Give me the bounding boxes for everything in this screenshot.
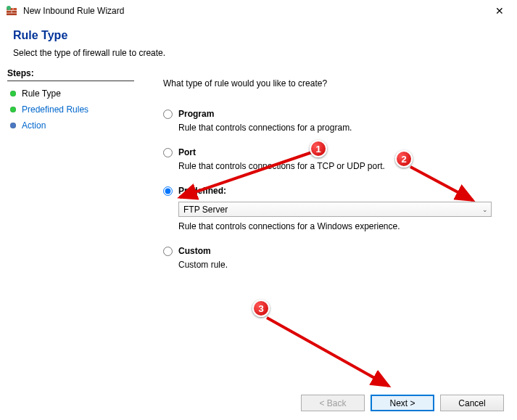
option-port-row[interactable]: Port [163,147,498,157]
page-subtitle: Select the type of firewall rule to crea… [13,48,504,58]
dropdown-value: FTP Server [183,205,228,215]
step-label: Rule Type [22,88,61,99]
radio-program[interactable] [163,110,173,119]
cancel-button[interactable]: Cancel [440,395,504,411]
option-program-desc: Rule that controls connections for a pro… [178,123,498,133]
firewall-icon [6,5,17,17]
annotation-callout-1: 1 [310,140,327,157]
svg-point-7 [7,6,11,10]
question-text: What type of rule would you like to crea… [163,78,498,88]
title-bar: New Inbound Rule Wizard ✕ [0,0,517,22]
option-predefined-row[interactable]: Predefined: [163,186,498,196]
back-button: < Back [301,395,365,411]
bullet-icon [10,123,16,128]
bullet-icon [10,107,16,112]
wizard-content: What type of rule would you like to crea… [141,68,517,420]
chevron-down-icon: ⌄ [482,206,488,213]
option-port: Port Rule that controls connections for … [163,147,498,171]
predefined-dropdown[interactable]: FTP Server ⌄ [178,202,492,217]
close-button[interactable]: ✕ [488,2,511,20]
step-predefined-rules[interactable]: Predefined Rules [7,102,134,118]
option-predefined-label: Predefined: [178,186,226,196]
annotation-callout-3: 3 [252,300,270,317]
step-label: Predefined Rules [22,104,88,115]
option-port-label: Port [178,147,196,157]
step-rule-type[interactable]: Rule Type [7,86,134,102]
radio-predefined[interactable] [163,186,173,196]
option-port-desc: Rule that controls connections for a TCP… [178,161,498,171]
radio-port[interactable] [163,148,173,157]
window-title: New Inbound Rule Wizard [23,6,488,16]
option-program: Program Rule that controls connections f… [163,109,498,133]
step-label: Action [22,120,46,131]
steps-sidebar: Steps: Rule Type Predefined Rules Action [0,68,141,420]
wizard-header: Rule Type Select the type of firewall ru… [0,22,517,68]
option-custom-row[interactable]: Custom [163,246,498,256]
option-custom-label: Custom [178,246,211,256]
annotation-callout-2: 2 [395,150,413,168]
bullet-icon [10,91,16,96]
page-title: Rule Type [13,29,504,42]
radio-custom[interactable] [163,247,173,256]
option-program-label: Program [178,109,214,119]
option-predefined: Predefined: FTP Server ⌄ Rule that contr… [163,186,498,231]
option-predefined-desc: Rule that controls connections for a Win… [178,221,498,231]
option-program-row[interactable]: Program [163,109,498,119]
option-custom-desc: Custom rule. [178,260,498,270]
next-button[interactable]: Next > [371,395,434,411]
step-action[interactable]: Action [7,118,134,133]
wizard-footer: < Back Next > Cancel [301,395,504,411]
option-custom: Custom Custom rule. [163,246,498,270]
steps-heading: Steps: [7,68,134,81]
